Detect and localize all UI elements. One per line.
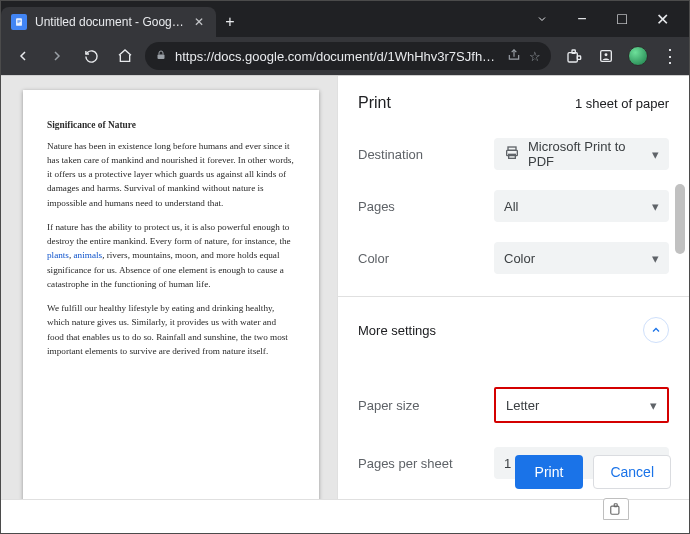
caret-down-icon: ▾ — [652, 147, 659, 162]
pages-value: All — [504, 199, 518, 214]
doc-link-plants: plants — [47, 250, 69, 260]
collapse-button[interactable] — [643, 317, 669, 343]
window-minimize-icon[interactable]: − — [573, 10, 591, 28]
print-preview-pane: Significance of Nature Nature has been i… — [1, 76, 337, 499]
preview-page: Significance of Nature Nature has been i… — [23, 90, 319, 499]
print-heading: Print — [358, 94, 391, 112]
printer-icon — [504, 145, 520, 164]
svg-rect-7 — [577, 56, 580, 59]
caret-down-icon: ▾ — [652, 251, 659, 266]
extensions-icon[interactable] — [563, 45, 585, 67]
print-dialog: Print 1 sheet of paper Destination Micro… — [337, 76, 689, 499]
cancel-button[interactable]: Cancel — [593, 455, 671, 489]
window-titlebar: Untitled document - Google Docs ✕ + − □ … — [1, 1, 689, 37]
svg-rect-15 — [611, 506, 619, 514]
dialog-button-bar: Print Cancel — [338, 445, 689, 499]
window-controls: − □ ✕ — [527, 1, 689, 37]
caret-down-icon: ▾ — [652, 199, 659, 214]
svg-rect-16 — [614, 504, 617, 507]
select-pages[interactable]: All ▾ — [494, 190, 669, 222]
svg-rect-3 — [17, 22, 19, 23]
doc-paragraph: We fulfill our healthy lifestyle by eati… — [47, 301, 295, 358]
window-close-icon[interactable]: ✕ — [653, 10, 671, 28]
doc-paragraph: If nature has the ability to protect us,… — [47, 220, 295, 291]
chevron-down-icon[interactable] — [533, 10, 551, 28]
share-icon[interactable] — [507, 48, 521, 65]
svg-point-9 — [605, 53, 608, 56]
select-color[interactable]: Color ▾ — [494, 242, 669, 274]
browser-tab[interactable]: Untitled document - Google Docs ✕ — [1, 7, 216, 37]
select-destination[interactable]: Microsoft Print to PDF ▾ — [494, 138, 669, 170]
svg-rect-0 — [16, 18, 22, 26]
select-paper-size[interactable]: Letter ▾ — [494, 387, 669, 423]
extension-badge[interactable] — [627, 45, 649, 67]
account-icon[interactable] — [595, 45, 617, 67]
window-bottom-strip — [1, 499, 689, 533]
svg-rect-1 — [17, 20, 20, 21]
menu-kebab-icon[interactable]: ⋮ — [659, 45, 681, 67]
label-pages: Pages — [358, 199, 484, 214]
docs-favicon — [11, 14, 27, 30]
color-value: Color — [504, 251, 535, 266]
extension-popup-tab[interactable] — [603, 498, 629, 520]
home-button[interactable] — [111, 42, 139, 70]
panel-scrollbar[interactable] — [674, 124, 686, 443]
tab-title: Untitled document - Google Docs — [35, 15, 184, 29]
caret-down-icon: ▾ — [650, 398, 657, 413]
address-bar[interactable]: https://docs.google.com/document/d/1WhHh… — [145, 42, 551, 70]
star-icon[interactable]: ☆ — [529, 49, 541, 64]
svg-rect-4 — [158, 54, 165, 59]
section-divider — [338, 296, 689, 297]
svg-rect-2 — [17, 21, 20, 22]
destination-value: Microsoft Print to PDF — [528, 139, 652, 169]
lock-icon — [155, 49, 167, 64]
forward-button[interactable] — [43, 42, 71, 70]
tab-close-icon[interactable]: ✕ — [192, 13, 206, 31]
url-text: https://docs.google.com/document/d/1WhHh… — [175, 49, 499, 64]
back-button[interactable] — [9, 42, 37, 70]
window-maximize-icon[interactable]: □ — [613, 10, 631, 28]
more-settings-label: More settings — [358, 323, 436, 338]
reload-button[interactable] — [77, 42, 105, 70]
browser-toolbar: https://docs.google.com/document/d/1WhHh… — [1, 37, 689, 75]
label-color: Color — [358, 251, 484, 266]
label-destination: Destination — [358, 147, 484, 162]
doc-link-animals: animals — [74, 250, 103, 260]
svg-rect-5 — [568, 53, 577, 62]
svg-rect-6 — [572, 50, 575, 53]
paper-size-value: Letter — [506, 398, 539, 413]
doc-paragraph: Nature has been in existence long before… — [47, 139, 295, 210]
label-paper-size: Paper size — [358, 398, 484, 413]
sheet-count: 1 sheet of paper — [575, 96, 669, 111]
doc-heading: Significance of Nature — [47, 118, 295, 133]
print-button[interactable]: Print — [515, 455, 584, 489]
new-tab-button[interactable]: + — [216, 7, 244, 37]
